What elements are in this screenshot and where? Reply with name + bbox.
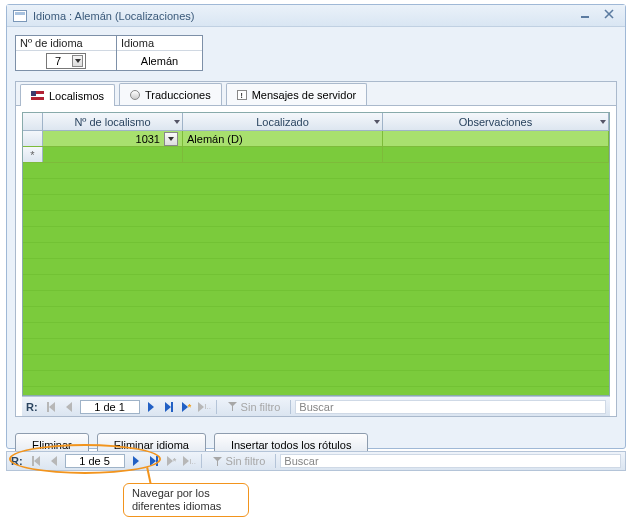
minimize-button[interactable] <box>575 9 595 23</box>
nav-extra-button[interactable]: I.. <box>198 400 212 414</box>
nav-first-button[interactable] <box>44 400 58 414</box>
nav-next-button[interactable] <box>129 454 143 468</box>
close-button[interactable] <box>599 9 619 23</box>
funnel-icon <box>212 456 223 467</box>
idioma-label: Idioma <box>117 36 202 51</box>
nav-new-button[interactable]: * <box>180 400 194 414</box>
num-idioma-value: 7 <box>55 55 61 67</box>
cell-observaciones[interactable] <box>383 131 609 146</box>
idioma-field: Idioma Alemán <box>117 35 203 71</box>
nav-extra-button[interactable]: I.. <box>183 454 197 468</box>
data-grid[interactable]: Nº de localismo Localizado Observaciones… <box>22 112 610 396</box>
bullet-icon <box>130 90 140 100</box>
nav-prefix: R: <box>26 401 38 413</box>
tab-strip: Localismos Traducciones ! Mensajes de se… <box>16 82 616 106</box>
nav-prev-button[interactable] <box>47 454 61 468</box>
record-navigator-outer: R: 1 de 5 * I.. Sin filtro Buscar <box>6 451 626 471</box>
filter-toggle[interactable]: Sin filtro <box>221 401 287 413</box>
nav-first-button[interactable] <box>29 454 43 468</box>
num-idioma-field: Nº de idioma 7 <box>15 35 117 71</box>
col-num-localismo[interactable]: Nº de localismo <box>43 113 183 130</box>
row-selector-header[interactable] <box>23 113 43 130</box>
callout-box: Navegar por los diferentes idiomas <box>123 483 249 517</box>
new-row[interactable]: * <box>23 147 609 163</box>
new-row-icon: * <box>23 147 43 162</box>
nav-next-button[interactable] <box>144 400 158 414</box>
idioma-value: Alemán <box>141 55 178 67</box>
table-row[interactable]: 1031 Alemán (D) <box>23 131 609 147</box>
nav-last-button[interactable] <box>162 400 176 414</box>
cell-num[interactable]: 1031 <box>43 131 183 146</box>
search-input[interactable]: Buscar <box>295 400 606 414</box>
nav-prefix: R: <box>11 455 23 467</box>
nav-position-input[interactable]: 1 de 1 <box>80 400 140 414</box>
funnel-icon <box>227 401 238 412</box>
flag-icon <box>31 91 44 100</box>
cell-localizado[interactable]: Alemán (D) <box>183 131 383 146</box>
nav-last-button[interactable] <box>147 454 161 468</box>
tab-mensajes[interactable]: ! Mensajes de servidor <box>226 83 368 105</box>
tab-traducciones[interactable]: Traducciones <box>119 83 222 105</box>
title-bar: Idioma : Alemán (Localizaciones) <box>7 5 625 27</box>
nav-new-button[interactable]: * <box>165 454 179 468</box>
search-input[interactable]: Buscar <box>280 454 621 468</box>
svg-rect-0 <box>581 16 589 18</box>
col-localizado[interactable]: Localizado <box>183 113 383 130</box>
nav-prev-button[interactable] <box>62 400 76 414</box>
tab-control: Localismos Traducciones ! Mensajes de se… <box>15 81 617 417</box>
window: Idioma : Alemán (Localizaciones) Nº de i… <box>6 4 626 449</box>
num-idioma-label: Nº de idioma <box>16 36 116 51</box>
col-observaciones[interactable]: Observaciones <box>383 113 609 130</box>
form-icon <box>13 10 27 22</box>
chevron-down-icon[interactable] <box>164 132 178 146</box>
filter-toggle[interactable]: Sin filtro <box>206 455 272 467</box>
row-selector[interactable] <box>23 131 43 146</box>
grid-header: Nº de localismo Localizado Observaciones <box>23 113 609 131</box>
num-idioma-combo[interactable]: 7 <box>46 53 86 69</box>
header-fields: Nº de idioma 7 Idioma Alemán <box>15 35 617 71</box>
window-title: Idioma : Alemán (Localizaciones) <box>33 10 194 22</box>
grid-empty-area <box>23 163 609 395</box>
tab-localismos[interactable]: Localismos <box>20 84 115 106</box>
chevron-down-icon <box>72 55 83 67</box>
record-navigator-inner: R: 1 de 1 * I.. Sin filtro Buscar <box>22 396 610 416</box>
nav-position-input[interactable]: 1 de 5 <box>65 454 125 468</box>
exclamation-icon: ! <box>237 90 247 100</box>
